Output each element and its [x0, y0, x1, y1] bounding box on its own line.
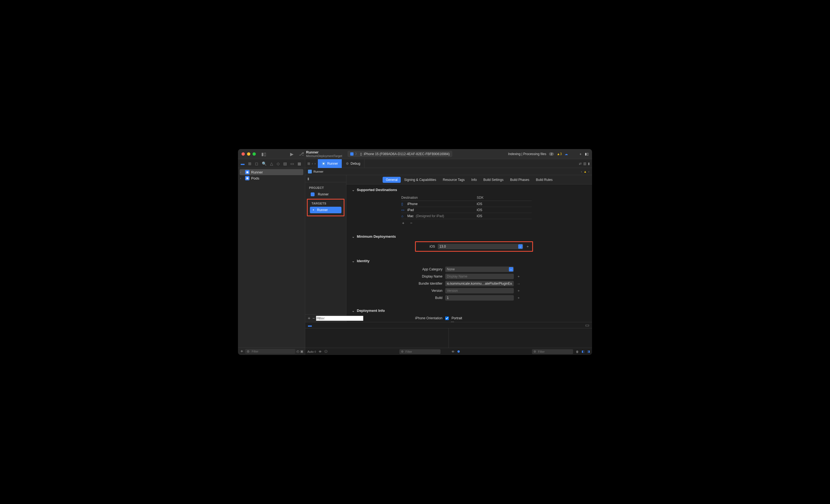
- remove-target-button[interactable]: −: [312, 316, 315, 321]
- section-supported-destinations[interactable]: Supported Destinations: [352, 188, 586, 192]
- remove-destination-button[interactable]: −: [410, 221, 412, 226]
- editor-options-icon[interactable]: ⇄: [579, 162, 582, 165]
- run-button[interactable]: ▶: [289, 151, 294, 157]
- add-file-button[interactable]: ＋: [240, 348, 244, 354]
- target-list: ▮ PROJECT Runner TARGETS ✦ Runner: [305, 175, 346, 322]
- pane-left-icon[interactable]: ◧: [582, 350, 584, 353]
- info-icon[interactable]: ⓘ: [324, 349, 327, 353]
- arrow-right-icon[interactable]: →: [516, 282, 520, 286]
- adjust-editor-icon[interactable]: ▥: [583, 162, 586, 165]
- jump-prev[interactable]: ‹: [581, 170, 582, 173]
- version-field[interactable]: [445, 288, 514, 293]
- tab-info[interactable]: Info: [468, 177, 480, 183]
- scm-filter-icon[interactable]: ▣: [300, 349, 303, 353]
- project-row[interactable]: Runner: [305, 191, 346, 198]
- breadcrumb-item[interactable]: Runner: [314, 170, 323, 173]
- cloud-icon[interactable]: ☁: [565, 152, 568, 156]
- tests-icon[interactable]: ◇: [277, 161, 280, 166]
- sidebar-collapse[interactable]: ▮: [305, 175, 346, 182]
- add-target-button[interactable]: ＋: [307, 315, 311, 321]
- bookmark-icon[interactable]: ◻: [255, 161, 258, 166]
- issues-icon[interactable]: △: [270, 161, 273, 166]
- debug-icon[interactable]: ▤: [283, 161, 287, 166]
- add-editor-icon[interactable]: ▮: [588, 162, 590, 165]
- source-control-icon[interactable]: ⊞: [248, 161, 251, 166]
- close-window[interactable]: [242, 152, 245, 156]
- destination-row[interactable]: ⌂Mac (Designed for iPad) iOS: [401, 213, 532, 219]
- build-field[interactable]: [445, 295, 514, 301]
- deployment-version-select[interactable]: 13.0 ⌄: [438, 244, 523, 249]
- device-selector[interactable]: 〉 ▯ iPhone 15 (F089AD6A-D112-4EAF-82EC-F…: [348, 151, 452, 157]
- window-controls: [238, 152, 259, 156]
- project-icon: ▣: [322, 162, 325, 165]
- app-category-select[interactable]: None ⌄: [445, 266, 514, 272]
- tab-resource-tags[interactable]: Resource Tags: [440, 177, 468, 183]
- auto-selector[interactable]: Auto ◊: [308, 350, 316, 353]
- destination-row[interactable]: ▭iPad iOS: [401, 207, 532, 213]
- nav-forward[interactable]: ›: [315, 162, 316, 165]
- breakpoint-icon[interactable]: ⬣: [457, 350, 460, 353]
- bundle-id-label: Bundle Identifier: [357, 282, 442, 285]
- tab-general[interactable]: General: [383, 177, 401, 183]
- reports-icon[interactable]: ▦: [297, 161, 301, 166]
- add-deployment-button[interactable]: ＋: [526, 244, 530, 249]
- related-items-icon[interactable]: ⊞: [308, 162, 310, 165]
- eye-icon[interactable]: 👁: [319, 350, 322, 353]
- eye-icon[interactable]: 👁: [451, 350, 454, 353]
- add-button[interactable]: ＋: [579, 152, 582, 156]
- console-toggle-icon[interactable]: ▭: [585, 322, 589, 328]
- section-identity[interactable]: Identity: [352, 259, 586, 263]
- targets-section-header: TARGETS: [308, 200, 344, 207]
- project-name: Runner: [318, 192, 328, 196]
- navigator-filter[interactable]: [245, 349, 295, 354]
- recent-icon[interactable]: ◴: [296, 349, 299, 353]
- tab-debug[interactable]: ⚙ Debug: [342, 159, 364, 168]
- console-filter[interactable]: [532, 349, 573, 354]
- variables-filter[interactable]: [400, 349, 441, 354]
- app-icon: ▣: [245, 170, 250, 174]
- warning-icon[interactable]: ▲3: [556, 152, 562, 156]
- trash-icon[interactable]: 🗑: [576, 350, 579, 353]
- disclosure-chevron[interactable]: ›: [240, 177, 244, 180]
- pane-right-icon[interactable]: ◨: [587, 350, 590, 353]
- target-filter[interactable]: [316, 316, 363, 321]
- tab-build-phases[interactable]: Build Phases: [507, 177, 533, 183]
- display-name-field[interactable]: [445, 274, 514, 279]
- minimize-window[interactable]: [247, 152, 250, 156]
- warning-icon[interactable]: ▲: [583, 170, 586, 173]
- destination-row[interactable]: ▯iPhone iOS: [401, 201, 532, 207]
- version-label: Version: [357, 289, 442, 293]
- xcode-window: ▮▯ ▶ ⎇ Runner MinmumDeploymentTarget 〉 ▯…: [238, 149, 592, 355]
- tab-build-rules[interactable]: Build Rules: [533, 177, 556, 183]
- portrait-checkbox[interactable]: [445, 316, 449, 320]
- debug-tab-icon[interactable]: ▬: [308, 323, 312, 327]
- add-destination-button[interactable]: ＋: [401, 221, 405, 226]
- sidebar-toggle-icon[interactable]: ▮▯: [261, 151, 266, 157]
- library-icon[interactable]: ▮▯: [585, 152, 589, 156]
- chevron-down-icon: ⌄: [518, 244, 522, 249]
- tree-item-runner[interactable]: › ▣ Runner: [240, 169, 303, 175]
- find-icon[interactable]: 🔍: [262, 161, 266, 166]
- add-button[interactable]: ＋: [516, 295, 520, 300]
- add-button[interactable]: ＋: [516, 288, 520, 293]
- editor-area: ⊞ ‹ › ▣ Runner ⚙ Debug ⇄ ▥ ▮: [305, 159, 592, 355]
- tree-item-pods[interactable]: › ▣ Pods: [238, 175, 305, 181]
- tab-signing[interactable]: Signing & Capabilities: [401, 177, 440, 183]
- device-name: iPhone 15 (F089AD6A-D112-4EAF-82EC-FBFB9…: [364, 152, 450, 156]
- project-navigator-icon[interactable]: ▬: [241, 161, 245, 166]
- scheme-selector[interactable]: ⎇ Runner MinmumDeploymentTarget 〉 ▯ iPho…: [296, 151, 508, 158]
- nav-back[interactable]: ‹: [312, 162, 313, 165]
- target-row[interactable]: ✦ Runner: [310, 207, 342, 213]
- section-deployment-info[interactable]: Deployment Info: [352, 309, 586, 313]
- zoom-window[interactable]: [253, 152, 256, 156]
- jump-bar: Runner ‹ ▲ ›: [305, 168, 592, 175]
- tab-build-settings[interactable]: Build Settings: [480, 177, 507, 183]
- add-button[interactable]: ＋: [516, 274, 520, 279]
- breakpoints-icon[interactable]: ▭: [290, 161, 294, 166]
- jump-next[interactable]: ›: [588, 170, 589, 173]
- tab-runner[interactable]: ▣ Runner: [318, 159, 342, 168]
- destinations-table: Destination SDK ▯iPhone iOS ▭iPad iOS: [401, 195, 532, 227]
- section-minimum-deployments[interactable]: Minimum Deployments: [352, 234, 586, 239]
- bundle-id-field[interactable]: [445, 281, 514, 286]
- disclosure-chevron[interactable]: ›: [240, 171, 244, 174]
